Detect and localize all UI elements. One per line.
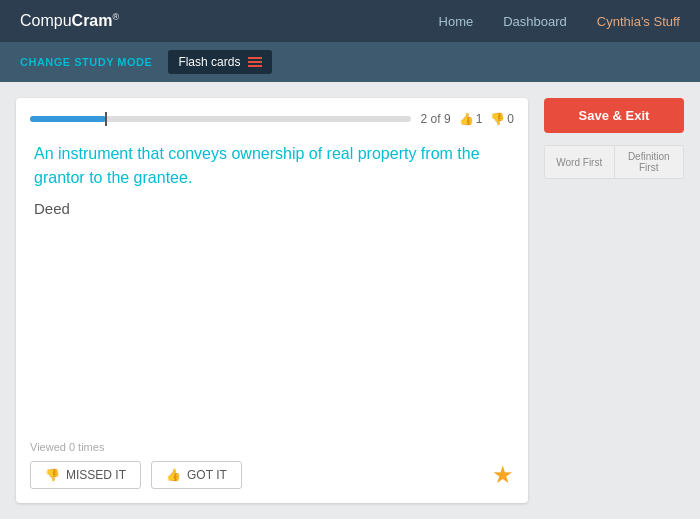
progress-area: 2 of 9 👍 1 👎 0 (30, 112, 514, 126)
hamburger-icon (248, 57, 262, 67)
progress-marker (105, 112, 107, 126)
right-panel: Save & Exit Word First Definition First (544, 98, 684, 503)
card-word: Deed (30, 200, 514, 217)
definition-first-button[interactable]: Definition First (615, 146, 684, 178)
mode-badge[interactable]: Flash cards (168, 50, 272, 74)
progress-count: 2 of 9 (421, 112, 451, 126)
card-actions: 👎 MISSED IT 👍 GOT IT ★ (30, 461, 514, 489)
missed-it-button[interactable]: 👎 MISSED IT (30, 461, 141, 489)
word-first-button[interactable]: Word First (545, 146, 615, 178)
save-exit-button[interactable]: Save & Exit (544, 98, 684, 133)
card-definition: An instrument that conveys ownership of … (30, 142, 514, 190)
nav-user[interactable]: Cynthia's Stuff (597, 14, 680, 29)
mode-label: Flash cards (178, 55, 240, 69)
change-study-mode-button[interactable]: CHANGE STUDY MODE (20, 56, 152, 68)
star-button[interactable]: ★ (492, 461, 514, 489)
got-it-button[interactable]: 👍 GOT IT (151, 461, 242, 489)
header-nav: Home Dashboard Cynthia's Stuff (439, 14, 680, 29)
thumbs-down-count: 👎 0 (490, 112, 514, 126)
nav-dashboard[interactable]: Dashboard (503, 14, 567, 29)
thumb-up-icon: 👍 (459, 112, 474, 126)
nav-home[interactable]: Home (439, 14, 474, 29)
progress-fill (30, 116, 106, 122)
viewed-text: Viewed 0 times (30, 441, 514, 453)
flashcard-panel: 2 of 9 👍 1 👎 0 An instrument that convey… (16, 98, 528, 503)
card-spacer (30, 217, 514, 441)
thumb-up-btn-icon: 👍 (166, 468, 181, 482)
thumb-down-btn-icon: 👎 (45, 468, 60, 482)
progress-info: 2 of 9 👍 1 👎 0 (421, 112, 514, 126)
progress-bar (30, 116, 411, 122)
thumbs-up-count: 👍 1 (459, 112, 483, 126)
toolbar: CHANGE STUDY MODE Flash cards (0, 42, 700, 82)
main-content: 2 of 9 👍 1 👎 0 An instrument that convey… (0, 82, 700, 519)
header: CompuCram® Home Dashboard Cynthia's Stuf… (0, 0, 700, 42)
thumb-down-icon: 👎 (490, 112, 505, 126)
order-options: Word First Definition First (544, 145, 684, 179)
logo: CompuCram® (20, 12, 119, 30)
